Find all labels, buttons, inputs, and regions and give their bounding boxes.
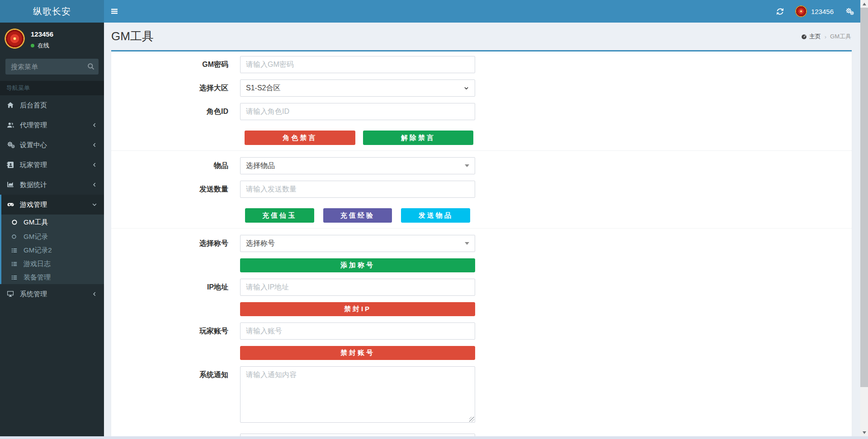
online-status-dot (31, 44, 34, 47)
brand-title: 纵歌长安 (33, 5, 71, 18)
desktop-icon (7, 290, 20, 298)
send-count-input[interactable] (240, 181, 475, 198)
online-status-label: 在线 (38, 42, 49, 50)
scrollbar-thumb[interactable] (860, 8, 868, 387)
chevron-down-icon (92, 202, 97, 207)
circle-icon (11, 234, 24, 239)
sidebar-item-players[interactable]: 玩家管理 (0, 155, 104, 175)
sidebar-item-statistics[interactable]: 数据统计 (0, 175, 104, 195)
user-status: 在线 (31, 42, 53, 50)
list-icon (11, 275, 24, 280)
item-select[interactable]: 选择物品 (240, 157, 475, 174)
gm-password-label: GM密码 (111, 56, 240, 73)
app-window: 纵歌长安 123456 123456 (0, 0, 868, 439)
user-panel: 123456 在线 (0, 23, 104, 54)
hamburger-icon (111, 8, 118, 15)
title-select-label: 选择称号 (111, 235, 240, 252)
sidebar-item-settings[interactable]: 设置中心 (0, 135, 104, 155)
caret-down-icon (465, 242, 469, 245)
divider (111, 150, 852, 151)
mute-role-button[interactable]: 角色禁言 (245, 131, 355, 145)
page-title: GM工具 (111, 28, 851, 44)
notice-label: 系统通知 (111, 366, 240, 383)
recharge-jade-button[interactable]: 充值仙玉 (245, 208, 314, 223)
caret-down-icon (465, 164, 469, 167)
role-id-input[interactable] (240, 103, 475, 120)
users-icon (7, 121, 20, 129)
add-title-button[interactable]: 添加称号 (240, 258, 475, 272)
sidebar-item-game-management[interactable]: 游戏管理 (0, 195, 104, 215)
sidebar: 123456 在线 导航菜单 后台首页 代理管理 (0, 23, 104, 436)
breadcrumb-separator: › (825, 33, 826, 40)
refresh-icon (777, 8, 783, 15)
unmute-role-button[interactable]: 解除禁言 (363, 131, 474, 145)
avatar (795, 5, 807, 17)
item-label: 物品 (111, 157, 240, 174)
breadcrumb-current: GM工具 (830, 33, 851, 41)
account-label: 玩家账号 (111, 322, 240, 340)
sidebar-subitem-equipment[interactable]: 装备管理 (1, 271, 104, 284)
sidebar-toggle-button[interactable] (104, 0, 125, 23)
send-item-button[interactable]: 发送物品 (401, 208, 470, 223)
ip-label: IP地址 (111, 279, 240, 296)
chevron-left-icon (92, 142, 97, 148)
ip-input[interactable] (240, 279, 475, 296)
sidebar-item-system[interactable]: 系统管理 (0, 284, 104, 304)
sidebar-menu: 后台首页 代理管理 设置中心 玩家管理 数据统计 (0, 95, 104, 304)
search-icon[interactable] (87, 63, 94, 70)
vertical-scrollbar[interactable] (860, 0, 868, 436)
navbar-username: 123456 (811, 8, 834, 15)
sidebar-item-agents[interactable]: 代理管理 (0, 115, 104, 135)
top-navbar: 123456 (104, 0, 860, 23)
breadcrumb: 主页 › GM工具 (801, 33, 851, 41)
content-header: GM工具 主页 › GM工具 (104, 23, 860, 50)
search-input[interactable] (5, 59, 99, 75)
area-chart-icon (7, 181, 20, 188)
triangle-up-icon (863, 3, 866, 5)
bottom-edge-strip (0, 436, 868, 439)
list-icon (11, 261, 24, 267)
brand-logo[interactable]: 纵歌长安 (0, 0, 104, 23)
sidebar-subitem-gm-log[interactable]: GM记录 (1, 230, 104, 243)
chevron-left-icon (92, 291, 97, 297)
refresh-button[interactable] (770, 0, 790, 23)
game-management-submenu: GM工具 GM记录 GM记录2 游戏日志 装备管理 (0, 215, 104, 284)
sidebar-subitem-gm-log2[interactable]: GM记录2 (1, 243, 104, 257)
content-wrapper: GM工具 主页 › GM工具 GM密码 选择大区 S1-S2合区 (104, 23, 860, 436)
sidebar-search (5, 59, 99, 75)
gm-tool-box: GM密码 选择大区 S1-S2合区 角色ID 角色禁言 (111, 50, 852, 436)
notice-textarea[interactable] (240, 366, 475, 423)
role-id-label: 角色ID (111, 103, 240, 120)
nav-section-header: 导航菜单 (0, 81, 104, 95)
settings-menu-button[interactable] (839, 0, 860, 23)
navbar-right: 123456 (770, 0, 860, 23)
chevron-left-icon (92, 162, 97, 168)
address-book-icon (7, 161, 20, 168)
scrollbar-down-button[interactable] (860, 429, 868, 436)
title-select[interactable]: 选择称号 (240, 235, 475, 252)
ban-account-button[interactable]: 禁封账号 (240, 346, 475, 360)
scrollbar-up-button[interactable] (860, 0, 868, 8)
circle-icon (11, 219, 24, 225)
ban-ip-button[interactable]: 禁封IP (240, 302, 475, 316)
breadcrumb-home-link[interactable]: 主页 (801, 33, 821, 41)
recharge-exp-button[interactable]: 充值经验 (323, 208, 392, 223)
gears-icon (845, 8, 854, 15)
home-icon (7, 102, 20, 109)
triangle-down-icon (863, 431, 866, 434)
sidebar-item-dashboard[interactable]: 后台首页 (0, 95, 104, 115)
sidebar-username: 123456 (31, 30, 53, 38)
cogs-icon (7, 141, 20, 149)
chevron-down-icon (463, 85, 469, 91)
account-input[interactable] (240, 322, 475, 340)
sidebar-subitem-gm-tool[interactable]: GM工具 (1, 215, 104, 230)
sidebar-subitem-game-log[interactable]: 游戏日志 (1, 257, 104, 271)
resize-handle[interactable] (469, 417, 474, 422)
region-select[interactable]: S1-S2合区 (240, 79, 475, 97)
user-menu[interactable]: 123456 (790, 0, 839, 23)
chevron-left-icon (92, 122, 97, 128)
send-count-label: 发送数量 (111, 181, 240, 198)
list-icon (11, 248, 24, 253)
chevron-left-icon (92, 182, 97, 187)
gm-password-input[interactable] (240, 56, 475, 73)
